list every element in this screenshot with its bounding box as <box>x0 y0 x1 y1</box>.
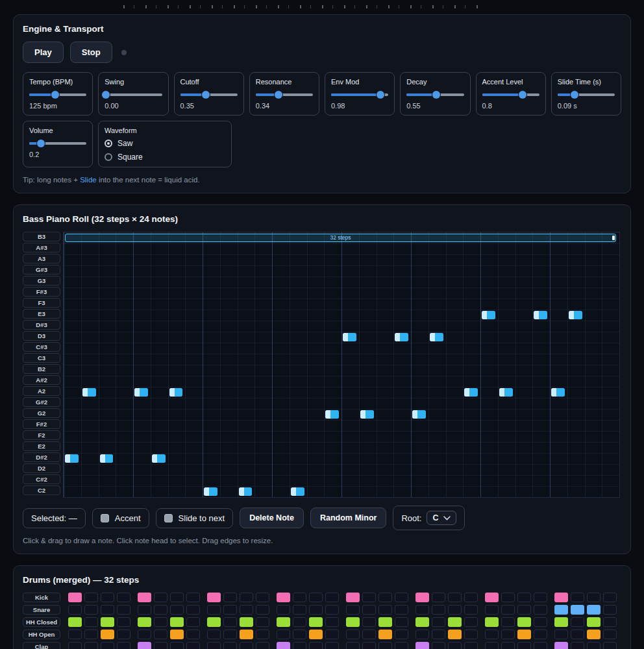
drum-cell-snare-step-14[interactable] <box>293 605 306 615</box>
drum-cell-hh-open-step-26[interactable] <box>501 630 515 639</box>
drum-cell-hh-open-step-27[interactable] <box>517 630 531 639</box>
drum-cell-snare-step-13[interactable] <box>277 605 290 615</box>
resonance-slider[interactable] <box>256 90 313 99</box>
drum-cell-hh-open-step-32[interactable] <box>603 630 617 639</box>
drum-cell-kick-step-24[interactable] <box>464 593 478 602</box>
slider-thumb[interactable] <box>202 91 210 99</box>
play-button[interactable]: Play <box>23 42 64 63</box>
drum-cell-hh-closed-step-31[interactable] <box>587 617 601 627</box>
swing-slider[interactable] <box>105 90 162 99</box>
tempo-slider[interactable] <box>29 90 86 99</box>
drum-cell-hh-closed-step-25[interactable] <box>485 617 499 627</box>
drum-cell-clap-step-20[interactable] <box>395 642 408 649</box>
delete-note-button[interactable]: Delete Note <box>240 508 304 528</box>
bass-note-e3-step-25[interactable] <box>482 311 495 319</box>
drum-cell-hh-open-step-10[interactable] <box>223 630 237 639</box>
drum-cell-snare-step-17[interactable] <box>346 605 360 615</box>
drum-cell-hh-open-step-5[interactable] <box>138 630 151 639</box>
drum-cell-hh-open-step-17[interactable] <box>346 630 360 639</box>
bass-note-dsharp2-step-1[interactable] <box>65 454 79 463</box>
slide-checkbox[interactable] <box>164 514 173 522</box>
drum-cell-kick-step-26[interactable] <box>501 593 515 602</box>
drum-cell-clap-step-28[interactable] <box>534 642 547 649</box>
drum-cell-kick-step-15[interactable] <box>309 593 323 602</box>
slider-thumb[interactable] <box>432 91 440 99</box>
drum-cell-kick-step-20[interactable] <box>395 593 408 602</box>
drum-cell-clap-step-18[interactable] <box>362 642 376 649</box>
drum-cell-hh-closed-step-8[interactable] <box>186 617 200 627</box>
drum-cell-snare-step-29[interactable] <box>554 605 568 615</box>
accent-toggle[interactable]: Accent <box>92 508 149 528</box>
drum-cell-hh-open-step-25[interactable] <box>485 630 499 639</box>
drum-cell-clap-step-4[interactable] <box>117 642 130 649</box>
drum-cell-clap-step-30[interactable] <box>571 642 584 649</box>
drum-cell-hh-closed-step-24[interactable] <box>464 617 478 627</box>
drum-cell-snare-step-24[interactable] <box>464 605 478 615</box>
drum-cell-clap-step-9[interactable] <box>207 642 221 649</box>
drum-cell-kick-step-7[interactable] <box>170 593 184 602</box>
drum-cell-kick-step-11[interactable] <box>240 593 253 602</box>
drum-cell-hh-closed-step-9[interactable] <box>207 617 221 627</box>
drum-cell-hh-open-step-3[interactable] <box>101 630 114 639</box>
bass-note-a2-step-26[interactable] <box>499 388 513 397</box>
drum-cell-hh-closed-step-22[interactable] <box>432 617 445 627</box>
env-mod-slider[interactable] <box>331 90 388 99</box>
bass-note-a2-step-2[interactable] <box>82 388 96 397</box>
drum-cell-snare-step-9[interactable] <box>207 605 221 615</box>
drum-cell-hh-closed-step-19[interactable] <box>378 617 392 627</box>
drum-cell-hh-open-step-31[interactable] <box>587 630 601 639</box>
drum-cell-kick-step-3[interactable] <box>101 593 114 602</box>
cutoff-slider[interactable] <box>180 90 238 99</box>
drum-cell-hh-closed-step-29[interactable] <box>554 617 568 627</box>
drum-cell-clap-step-8[interactable] <box>186 642 200 649</box>
selected-note-b3[interactable]: 32 steps <box>65 234 616 242</box>
bass-note-g2-step-18[interactable] <box>360 410 374 419</box>
drum-cell-clap-step-15[interactable] <box>309 642 323 649</box>
drum-cell-kick-step-25[interactable] <box>485 593 499 602</box>
drum-cell-hh-open-step-11[interactable] <box>240 630 253 639</box>
drum-cell-kick-step-5[interactable] <box>138 593 151 602</box>
accent-level-slider[interactable] <box>482 90 539 99</box>
drum-cell-kick-step-21[interactable] <box>415 593 429 602</box>
drum-cell-snare-step-2[interactable] <box>84 605 98 615</box>
slide-time-slider[interactable] <box>558 90 615 99</box>
bass-note-g2-step-16[interactable] <box>325 410 339 419</box>
drum-cell-clap-step-1[interactable] <box>68 642 82 649</box>
bass-note-dsharp2-step-3[interactable] <box>100 454 114 463</box>
decay-slider[interactable] <box>406 90 464 99</box>
drum-cell-snare-step-12[interactable] <box>256 605 269 615</box>
drum-cell-hh-closed-step-6[interactable] <box>154 617 167 627</box>
drum-cell-clap-step-24[interactable] <box>464 642 478 649</box>
waveform-square-option[interactable]: Square <box>105 153 225 162</box>
drum-cell-hh-closed-step-32[interactable] <box>603 617 617 627</box>
drum-cell-hh-open-step-20[interactable] <box>395 630 408 639</box>
volume-slider[interactable] <box>29 139 86 148</box>
drum-cell-clap-step-5[interactable] <box>138 642 151 649</box>
bass-note-g2-step-21[interactable] <box>412 410 426 419</box>
drum-cell-kick-step-32[interactable] <box>603 593 617 602</box>
drum-cell-hh-closed-step-17[interactable] <box>346 617 360 627</box>
drum-cell-hh-open-step-30[interactable] <box>571 630 584 639</box>
drum-cell-hh-closed-step-10[interactable] <box>223 617 237 627</box>
drum-cell-snare-step-10[interactable] <box>223 605 237 615</box>
slider-thumb[interactable] <box>377 91 384 99</box>
drum-cell-clap-step-27[interactable] <box>517 642 531 649</box>
drum-cell-clap-step-6[interactable] <box>154 642 167 649</box>
drum-cell-snare-step-16[interactable] <box>325 605 339 615</box>
drum-cell-hh-closed-step-3[interactable] <box>101 617 114 627</box>
bass-note-e3-step-28[interactable] <box>534 311 547 319</box>
drum-cell-kick-step-6[interactable] <box>154 593 167 602</box>
drum-cell-kick-step-30[interactable] <box>571 593 584 602</box>
piano-roll-grid[interactable]: 32 steps <box>63 232 620 498</box>
drum-cell-clap-step-3[interactable] <box>101 642 114 649</box>
drum-cell-hh-open-step-12[interactable] <box>256 630 269 639</box>
drum-cell-hh-open-step-28[interactable] <box>534 630 547 639</box>
drum-cell-kick-step-18[interactable] <box>362 593 376 602</box>
drum-cell-snare-step-6[interactable] <box>154 605 167 615</box>
drum-cell-hh-open-step-1[interactable] <box>68 630 82 639</box>
drum-cell-clap-step-13[interactable] <box>277 642 290 649</box>
drum-cell-hh-closed-step-4[interactable] <box>117 617 130 627</box>
drum-cell-clap-step-16[interactable] <box>325 642 339 649</box>
bass-note-d3-step-20[interactable] <box>395 333 408 341</box>
stop-button[interactable]: Stop <box>70 42 112 63</box>
